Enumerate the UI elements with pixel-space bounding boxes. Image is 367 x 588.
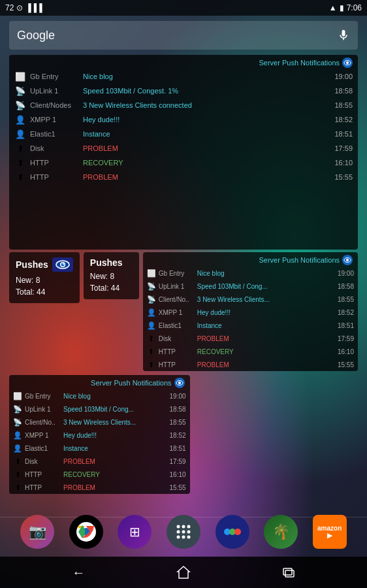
notif-time: 15:55 [334,173,353,181]
multiwindow-app-icon[interactable] [215,515,249,549]
pushes-widget-1: Pushes New: 8 Total: 44 [9,252,80,303]
google-search-bar[interactable]: Google [9,21,358,50]
notif-name-sm: Elastic1 [159,322,195,329]
notif-icon: ⬜ [14,71,26,82]
calculator-icon: ⊞ [129,524,140,540]
notif-name-sm: UpLink 1 [159,283,195,290]
svg-point-14 [187,525,190,529]
widgets-middle-row: Pushes New: 8 Total: 44 Pushes New: 8 To… [9,252,358,371]
notif-msg-sm-l: 3 New Wireless Clients... [63,419,167,426]
notif-name-sm: Client/No.. [159,296,195,303]
pushes-stats-2: New: 8 Total: 44 [90,270,133,294]
widget-large-title: Server Push Notifications [259,59,340,67]
notif-icon: 📡 [14,99,26,111]
amazon-icon: amazon▶ [317,525,342,539]
svg-point-23 [234,529,241,535]
widget-small-left: Server Push Notifications ⬜ Gb Entry Nic… [9,375,190,494]
notif-msg-sm: Instance [197,322,335,329]
notif-time-sm: 15:55 [338,361,354,368]
notif-icon-sm: ⬜ [147,269,156,278]
notif-msg-sm-l: PROBLEM [63,484,167,491]
notif-name-sm-l: HTTP [25,484,61,491]
notif-time: 18:58 [334,87,353,95]
bars-icon: ▐▐▐ [25,3,42,12]
chrome-app-icon[interactable] [69,515,103,549]
home-button[interactable] [169,558,198,587]
notif-icon-sm-l: 👤 [13,444,22,453]
pushes-eye-1[interactable] [52,257,73,272]
calculator-app-icon[interactable]: ⊞ [118,515,152,549]
chrome-icon [76,521,97,542]
palm-icon: 🌴 [272,523,290,540]
notif-name: UpLink 1 [30,87,79,95]
notif-msg-sm: RECOVERY [197,348,335,355]
notif-icon-sm-l: 👤 [13,431,22,440]
svg-point-9 [178,382,181,384]
svg-point-7 [346,259,349,261]
large-widget-rows: ⬜ Gb Entry Nice blog 19:00 📡 UpLink 1 Sp… [9,69,358,184]
svg-point-20 [187,536,190,539]
notification-row: 📡 Client/Nodes 3 New Wireless Clients co… [9,98,358,112]
notif-time-sm-l: 18:58 [170,406,186,413]
multiwindow-icon [223,522,242,542]
notif-name: HTTP [30,173,79,181]
pushes-widget-2: Pushes New: 8 Total: 44 [84,252,139,299]
notification-row-small: 👤 XMPP 1 Hey dude!!! 18:52 [9,429,190,442]
apps-drawer-icon[interactable] [167,515,200,549]
notification-row-small: ⬆ HTTP RECOVERY 16:10 [9,468,190,481]
notif-time: 18:55 [334,101,353,109]
battery-icon: ▮ [340,3,344,12]
svg-point-12 [176,525,180,529]
notif-name: Client/Nodes [30,101,79,109]
notif-message: Speed 103Mbit / Congest. 1% [83,87,330,95]
notif-time-sm-l: 18:51 [170,445,186,452]
notif-icon-sm-l: ⬆ [13,470,22,479]
notif-message: Hey dude!!! [83,116,330,123]
notif-icon-sm-l: ⬆ [13,483,22,492]
recents-button[interactable] [274,558,303,587]
back-button[interactable]: ← [64,558,93,587]
notif-msg-sm-l: RECOVERY [63,471,167,478]
svg-rect-26 [285,570,294,577]
notification-row-small: ⬜ Gb Entry Nice blog 19:00 [9,389,190,402]
notif-icon-sm: 👤 [147,321,156,330]
notif-name: Disk [30,144,79,152]
amazon-app-icon[interactable]: amazon▶ [313,515,347,549]
pushes-widget-1-inner: Pushes [16,257,73,272]
notif-name-sm: Gb Entry [159,270,195,277]
mic-icon[interactable] [337,29,350,42]
notif-time-sm-l: 18:52 [170,432,186,439]
svg-point-13 [182,525,185,529]
notif-icon: ⬆ [14,171,26,183]
widget-large-header: Server Push Notifications [9,55,358,69]
spacer-right [194,375,358,494]
notif-msg-sm-l: Nice blog [63,393,167,400]
svg-point-18 [176,536,180,539]
svg-point-17 [187,531,190,534]
eye-icon-right[interactable] [342,255,353,265]
screenshots-app-icon[interactable]: 📷 [20,515,54,549]
palm-app-icon[interactable]: 🌴 [264,515,298,549]
nav-bar: ← [0,557,367,588]
status-left: 72 ⊙ ▐▐▐ [5,3,42,12]
notif-msg-sm-l: Instance [63,445,167,452]
notification-row: ⬜ Gb Entry Nice blog 19:00 [9,69,358,84]
svg-point-19 [182,536,185,539]
target-icon: ⊙ [16,3,23,12]
status-bar: 72 ⊙ ▐▐▐ ▲ ▮ 7:06 [0,0,367,16]
notif-time: 19:00 [334,73,353,80]
pushes-total-2: Total: 44 [90,282,133,294]
notification-row: ⬆ Disk PROBLEM 17:59 [9,141,358,155]
notif-icon-sm-l: ⬜ [13,391,22,400]
status-right: ▲ ▮ 7:06 [329,3,362,12]
screenshots-icon: 📷 [29,523,46,540]
notification-row-right: 👤 XMPP 1 Hey dude!!! 18:52 [143,306,358,319]
notif-time: 17:59 [334,144,353,152]
eye-icon-large[interactable] [342,57,353,68]
notif-name-sm-l: HTTP [25,471,61,478]
notif-icon: 👤 [14,114,26,125]
notif-icon-sm-l: ⬆ [13,457,22,466]
notif-time-sm: 18:52 [338,309,354,316]
notification-row-right: ⬆ Disk PROBLEM 17:59 [143,332,358,345]
eye-icon-small[interactable] [174,378,185,388]
